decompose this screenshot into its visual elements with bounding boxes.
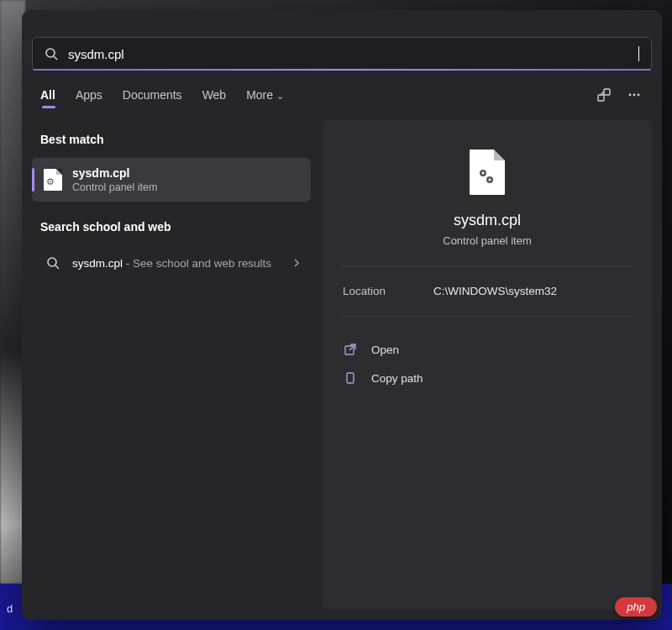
preview-subtitle: Control panel item bbox=[343, 234, 632, 247]
svg-rect-2 bbox=[598, 95, 604, 101]
tab-documents[interactable]: Documents bbox=[123, 88, 182, 102]
preview-pane: sysdm.cpl Control panel item Location C:… bbox=[323, 119, 652, 610]
svg-line-1 bbox=[54, 56, 57, 60]
search-options-icon[interactable] bbox=[595, 86, 613, 104]
divider bbox=[343, 265, 632, 266]
best-match-heading: Best match bbox=[32, 119, 311, 153]
svg-line-15 bbox=[349, 344, 355, 350]
taskbar-text-fragment: d bbox=[7, 602, 13, 615]
web-result-tail: - See school and web results bbox=[123, 257, 271, 270]
control-panel-file-icon: ⚙ bbox=[44, 169, 62, 191]
search-bar[interactable] bbox=[32, 37, 652, 71]
svg-point-7 bbox=[638, 94, 640, 97]
filter-tabs-row: All Apps Documents Web More⌄ bbox=[22, 71, 662, 113]
preview-icon-container bbox=[343, 150, 632, 195]
gears-icon: ⚙ bbox=[46, 176, 55, 187]
svg-point-6 bbox=[633, 94, 636, 97]
tab-more-label: More bbox=[246, 88, 273, 102]
location-value: C:\WINDOWS\system32 bbox=[433, 285, 557, 297]
windows-search-panel: All Apps Documents Web More⌄ Best match … bbox=[22, 10, 662, 620]
open-icon bbox=[343, 342, 358, 357]
location-label: Location bbox=[343, 285, 433, 297]
result-title: sysdm.cpl bbox=[72, 166, 157, 180]
web-result-text: sysdm.cpl - See school and web results bbox=[72, 257, 271, 270]
web-search-result[interactable]: sysdm.cpl - See school and web results bbox=[32, 245, 311, 281]
best-match-result[interactable]: ⚙ sysdm.cpl Control panel item bbox=[32, 158, 311, 202]
divider bbox=[343, 316, 632, 317]
chevron-down-icon: ⌄ bbox=[276, 91, 284, 101]
location-row: Location C:\WINDOWS\system32 bbox=[343, 285, 632, 297]
search-school-web-heading: Search school and web bbox=[32, 207, 311, 240]
svg-point-8 bbox=[48, 258, 56, 266]
action-copy-path-label: Copy path bbox=[371, 372, 423, 385]
svg-point-0 bbox=[46, 49, 55, 57]
action-open[interactable]: Open bbox=[343, 335, 632, 364]
tab-more[interactable]: More⌄ bbox=[246, 88, 284, 102]
more-options-icon[interactable] bbox=[625, 86, 643, 104]
preview-title: sysdm.cpl bbox=[343, 212, 632, 229]
search-icon bbox=[44, 254, 62, 272]
search-body: Best match ⚙ sysdm.cpl Control panel ite… bbox=[22, 113, 662, 620]
svg-rect-3 bbox=[604, 89, 610, 95]
result-text-group: sysdm.cpl Control panel item bbox=[72, 166, 157, 193]
search-input[interactable] bbox=[68, 47, 638, 61]
svg-point-11 bbox=[482, 172, 485, 175]
tab-all[interactable]: All bbox=[40, 88, 55, 102]
search-bar-container bbox=[22, 10, 662, 71]
web-result-title: sysdm.cpl bbox=[72, 257, 123, 270]
gears-icon bbox=[476, 166, 496, 186]
svg-point-13 bbox=[489, 179, 491, 181]
svg-rect-16 bbox=[347, 373, 354, 383]
control-panel-file-icon bbox=[470, 150, 505, 195]
copy-icon bbox=[343, 370, 358, 386]
search-icon bbox=[45, 47, 58, 60]
text-caret bbox=[638, 46, 639, 61]
watermark-text: php bbox=[627, 601, 645, 613]
watermark-badge: php bbox=[615, 597, 657, 617]
result-subtitle: Control panel item bbox=[72, 181, 157, 193]
action-copy-path[interactable]: Copy path bbox=[343, 364, 632, 392]
tab-web[interactable]: Web bbox=[202, 88, 227, 102]
svg-point-5 bbox=[629, 94, 632, 97]
chevron-right-icon bbox=[292, 259, 301, 267]
results-column: Best match ⚙ sysdm.cpl Control panel ite… bbox=[32, 119, 314, 610]
tab-apps[interactable]: Apps bbox=[76, 88, 102, 102]
svg-line-9 bbox=[55, 265, 59, 269]
action-open-label: Open bbox=[371, 344, 399, 356]
